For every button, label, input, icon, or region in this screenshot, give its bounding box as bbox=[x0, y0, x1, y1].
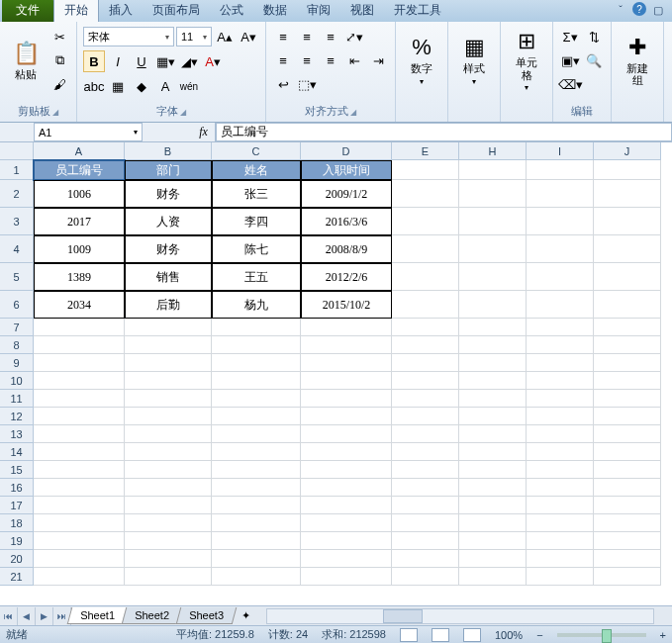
row-header[interactable]: 20 bbox=[0, 550, 34, 568]
cell[interactable] bbox=[594, 479, 661, 497]
spreadsheet-grid[interactable]: ABCDEHIJ 1234567891011121314151617181920… bbox=[0, 142, 672, 619]
file-tab[interactable]: 文件 bbox=[2, 0, 53, 22]
row-header[interactable]: 4 bbox=[0, 235, 34, 263]
cell[interactable] bbox=[212, 479, 301, 497]
cell[interactable] bbox=[459, 443, 527, 461]
cell[interactable] bbox=[594, 160, 661, 180]
font-size-combo[interactable]: 11▾ bbox=[176, 27, 212, 46]
column-header[interactable]: H bbox=[459, 142, 527, 160]
cell[interactable] bbox=[392, 291, 459, 319]
row-header[interactable]: 6 bbox=[0, 291, 34, 319]
align-right-button[interactable]: ≡ bbox=[320, 49, 341, 71]
zoom-in-button[interactable]: + bbox=[660, 629, 666, 641]
cell[interactable] bbox=[527, 372, 594, 390]
horizontal-scrollbar[interactable] bbox=[266, 608, 654, 624]
cell[interactable]: 2017 bbox=[34, 208, 125, 235]
tab-developer[interactable]: 开发工具 bbox=[384, 0, 451, 22]
row-header[interactable]: 7 bbox=[0, 319, 34, 336]
cell[interactable] bbox=[392, 497, 459, 514]
cell[interactable] bbox=[125, 479, 212, 497]
formula-input[interactable]: 员工编号 bbox=[216, 123, 672, 141]
row-header[interactable]: 2 bbox=[0, 180, 34, 208]
cell[interactable] bbox=[594, 208, 661, 235]
cell[interactable]: 部门 bbox=[125, 160, 212, 180]
row-header[interactable]: 17 bbox=[0, 497, 34, 514]
cell[interactable] bbox=[392, 550, 459, 568]
cell[interactable] bbox=[392, 180, 459, 208]
cell[interactable] bbox=[527, 568, 594, 586]
cell[interactable] bbox=[527, 319, 594, 336]
cell[interactable] bbox=[125, 319, 212, 336]
indent-dec-button[interactable]: ⇤ bbox=[343, 49, 365, 71]
char-border-button[interactable]: A bbox=[154, 75, 176, 97]
cell[interactable] bbox=[301, 408, 392, 425]
cell[interactable] bbox=[212, 532, 301, 550]
underline-button[interactable]: U bbox=[131, 50, 152, 72]
cell[interactable]: 陈七 bbox=[212, 235, 301, 263]
cell[interactable] bbox=[459, 319, 527, 336]
group-alignment-label[interactable]: 对齐方式 bbox=[272, 102, 389, 122]
cell[interactable] bbox=[125, 354, 212, 372]
cell[interactable] bbox=[527, 425, 594, 443]
cell[interactable] bbox=[594, 354, 661, 372]
cell[interactable] bbox=[527, 550, 594, 568]
number-format-button[interactable]: %数字▾ bbox=[402, 26, 441, 95]
cell[interactable] bbox=[459, 235, 527, 263]
cell[interactable] bbox=[125, 425, 212, 443]
cell[interactable] bbox=[301, 336, 392, 354]
cell[interactable] bbox=[125, 461, 212, 479]
styles-button[interactable]: ▦样式▾ bbox=[454, 26, 494, 95]
cell[interactable] bbox=[392, 390, 459, 408]
fill-button[interactable]: ◆ bbox=[131, 75, 152, 97]
cell[interactable] bbox=[594, 443, 661, 461]
cell[interactable] bbox=[459, 291, 527, 319]
cell[interactable] bbox=[392, 235, 459, 263]
cell[interactable] bbox=[125, 568, 212, 586]
cell[interactable] bbox=[459, 336, 527, 354]
copy-button[interactable]: ⧉ bbox=[48, 49, 70, 71]
autosum-button[interactable]: Σ▾ bbox=[559, 26, 581, 47]
tab-home[interactable]: 开始 bbox=[53, 0, 99, 22]
column-header[interactable]: B bbox=[125, 142, 212, 160]
cell[interactable]: 姓名 bbox=[212, 160, 301, 180]
column-header[interactable]: J bbox=[594, 142, 661, 160]
row-header[interactable]: 3 bbox=[0, 208, 34, 235]
cell[interactable] bbox=[594, 532, 661, 550]
cell[interactable] bbox=[459, 568, 527, 586]
cell[interactable] bbox=[459, 180, 527, 208]
cell[interactable]: 后勤 bbox=[125, 291, 212, 319]
cell[interactable] bbox=[301, 319, 392, 336]
tab-formulas[interactable]: 公式 bbox=[210, 0, 253, 22]
cell[interactable] bbox=[459, 479, 527, 497]
align-left-button[interactable]: ≡ bbox=[272, 49, 294, 71]
cell[interactable] bbox=[301, 550, 392, 568]
cell[interactable] bbox=[392, 443, 459, 461]
cell[interactable] bbox=[301, 354, 392, 372]
cell[interactable] bbox=[125, 336, 212, 354]
row-header[interactable]: 16 bbox=[0, 479, 34, 497]
cell[interactable] bbox=[459, 263, 527, 291]
cell[interactable] bbox=[594, 319, 661, 336]
cell[interactable] bbox=[34, 514, 125, 532]
cell[interactable] bbox=[34, 532, 125, 550]
cell[interactable]: 杨九 bbox=[212, 291, 301, 319]
cell[interactable] bbox=[392, 408, 459, 425]
cell[interactable] bbox=[594, 514, 661, 532]
cell[interactable] bbox=[301, 443, 392, 461]
phonetic-button[interactable]: abc bbox=[83, 75, 105, 97]
cell[interactable] bbox=[34, 408, 125, 425]
window-options-icon[interactable]: ▢ bbox=[650, 2, 666, 18]
cell[interactable] bbox=[34, 336, 125, 354]
cell[interactable] bbox=[392, 568, 459, 586]
align-bottom-button[interactable]: ≡ bbox=[320, 26, 341, 47]
cell[interactable] bbox=[34, 479, 125, 497]
cell[interactable] bbox=[125, 390, 212, 408]
cell[interactable] bbox=[527, 408, 594, 425]
cell[interactable] bbox=[301, 568, 392, 586]
cell[interactable]: 1006 bbox=[34, 180, 125, 208]
italic-button[interactable]: I bbox=[107, 50, 129, 72]
cell[interactable] bbox=[594, 568, 661, 586]
cell[interactable] bbox=[212, 461, 301, 479]
row-header[interactable]: 19 bbox=[0, 532, 34, 550]
cell[interactable] bbox=[594, 291, 661, 319]
